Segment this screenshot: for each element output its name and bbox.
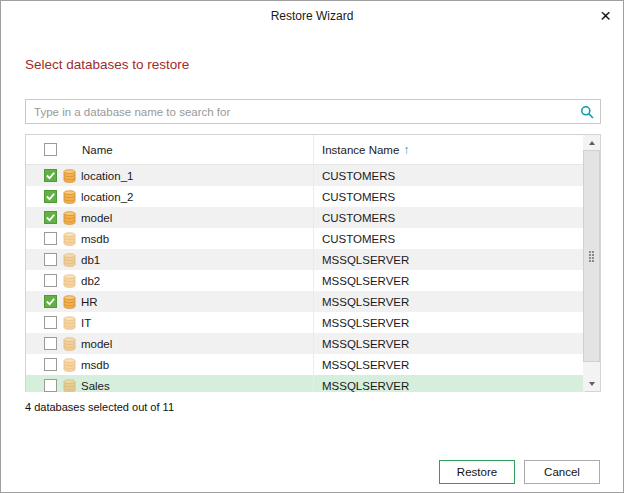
instance-name: CUSTOMERS	[322, 170, 395, 182]
database-icon	[63, 169, 76, 183]
instance-name: CUSTOMERS	[322, 212, 395, 224]
row-checkbox[interactable]	[44, 358, 57, 371]
instance-name: MSSQLSERVER	[322, 296, 409, 308]
database-name: model	[81, 212, 112, 224]
row-checkbox[interactable]	[44, 316, 57, 329]
window-title: Restore Wizard	[271, 9, 354, 23]
database-name: msdb	[81, 359, 109, 371]
database-name: db1	[81, 254, 100, 266]
table-row[interactable]: modelMSSQLSERVER	[26, 333, 585, 354]
scroll-down-button[interactable]	[583, 376, 600, 391]
status-text: 4 databases selected out of 11	[25, 401, 174, 413]
titlebar: Restore Wizard ×	[1, 1, 623, 31]
search-input[interactable]	[26, 106, 574, 118]
thumb-grip-icon	[589, 251, 594, 262]
database-icon	[63, 232, 76, 246]
row-checkbox[interactable]	[44, 295, 57, 308]
table-row[interactable]: ITMSSQLSERVER	[26, 312, 585, 333]
database-icon	[63, 211, 76, 225]
table-row[interactable]: db1MSSQLSERVER	[26, 249, 585, 270]
database-icon	[63, 190, 76, 204]
column-header-name[interactable]: Name	[82, 144, 113, 156]
restore-wizard-dialog: Restore Wizard × Select databases to res…	[0, 0, 624, 493]
column-header-instance-label: Instance Name	[322, 144, 399, 156]
cancel-button[interactable]: Cancel	[524, 460, 600, 484]
table-body: location_1CUSTOMERSlocation_2CUSTOMERSmo…	[26, 165, 585, 392]
search-box	[25, 99, 601, 124]
database-table: Name Instance Name ↑ location_1CUSTOMERS…	[25, 134, 601, 392]
row-checkbox[interactable]	[44, 274, 57, 287]
instance-name: MSSQLSERVER	[322, 380, 409, 392]
restore-button[interactable]: Restore	[439, 460, 515, 484]
vertical-scrollbar[interactable]	[583, 135, 600, 391]
column-header-instance[interactable]: Instance Name ↑	[322, 135, 409, 164]
database-icon	[63, 358, 76, 372]
database-name: location_1	[81, 170, 133, 182]
database-name: HR	[81, 296, 98, 308]
database-name: msdb	[81, 233, 109, 245]
table-row[interactable]: db2MSSQLSERVER	[26, 270, 585, 291]
row-checkbox[interactable]	[44, 337, 57, 350]
row-checkbox[interactable]	[44, 232, 57, 245]
page-title: Select databases to restore	[25, 57, 189, 72]
sort-ascending-icon: ↑	[403, 143, 409, 157]
scroll-up-button[interactable]	[583, 135, 600, 150]
table-row[interactable]: modelCUSTOMERS	[26, 207, 585, 228]
database-name: IT	[81, 317, 91, 329]
database-icon	[63, 337, 76, 351]
database-icon	[63, 316, 76, 330]
instance-name: CUSTOMERS	[322, 233, 395, 245]
row-checkbox[interactable]	[44, 379, 57, 392]
database-icon	[63, 274, 76, 288]
triangle-down-icon	[589, 382, 595, 386]
search-icon[interactable]	[574, 105, 600, 119]
instance-name: MSSQLSERVER	[322, 359, 409, 371]
scroll-thumb[interactable]	[583, 150, 600, 362]
table-row[interactable]: HRMSSQLSERVER	[26, 291, 585, 312]
table-row[interactable]: msdbMSSQLSERVER	[26, 354, 585, 375]
database-name: location_2	[81, 191, 133, 203]
row-checkbox[interactable]	[44, 190, 57, 203]
database-icon	[63, 253, 76, 267]
database-name: model	[81, 338, 112, 350]
triangle-up-icon	[589, 141, 595, 145]
select-all-checkbox[interactable]	[44, 143, 57, 156]
instance-name: MSSQLSERVER	[322, 275, 409, 287]
instance-name: CUSTOMERS	[322, 191, 395, 203]
table-row[interactable]: msdbCUSTOMERS	[26, 228, 585, 249]
database-name: db2	[81, 275, 100, 287]
database-icon	[63, 379, 76, 393]
row-checkbox[interactable]	[44, 211, 57, 224]
instance-name: MSSQLSERVER	[322, 317, 409, 329]
row-checkbox[interactable]	[44, 253, 57, 266]
table-row[interactable]: location_1CUSTOMERS	[26, 165, 585, 186]
table-row[interactable]: SalesMSSQLSERVER	[26, 375, 585, 392]
instance-name: MSSQLSERVER	[322, 338, 409, 350]
table-header: Name Instance Name ↑	[26, 135, 585, 165]
instance-name: MSSQLSERVER	[322, 254, 409, 266]
database-name: Sales	[81, 380, 110, 392]
database-icon	[63, 295, 76, 309]
row-checkbox[interactable]	[44, 169, 57, 182]
close-icon[interactable]: ×	[600, 3, 611, 29]
table-row[interactable]: location_2CUSTOMERS	[26, 186, 585, 207]
